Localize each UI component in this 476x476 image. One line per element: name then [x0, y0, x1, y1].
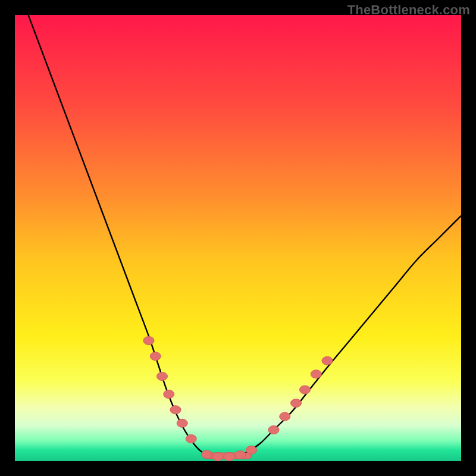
highlight-dot: [224, 453, 234, 461]
highlight-dot: [300, 386, 311, 394]
highlight-dot: [291, 399, 302, 408]
highlight-dot: [202, 450, 212, 459]
highlight-dot: [268, 426, 279, 434]
highlight-dot: [322, 356, 333, 365]
highlight-dot: [177, 419, 187, 427]
highlight-dot: [212, 453, 223, 461]
highlight-dot: [170, 406, 181, 414]
highlight-dot: [235, 451, 246, 459]
highlight-dot: [280, 412, 290, 421]
highlight-dot: [157, 372, 168, 381]
gradient-background: [15, 15, 461, 461]
chart-svg: [15, 15, 461, 461]
highlight-dot: [311, 370, 321, 378]
plot-area: [15, 15, 461, 461]
chart-stage: TheBottleneck.com: [0, 0, 476, 476]
highlight-dot: [246, 446, 257, 454]
highlight-dot: [150, 352, 161, 361]
highlight-dot: [186, 435, 196, 443]
highlight-dot: [164, 390, 174, 399]
highlight-dot: [143, 337, 154, 345]
